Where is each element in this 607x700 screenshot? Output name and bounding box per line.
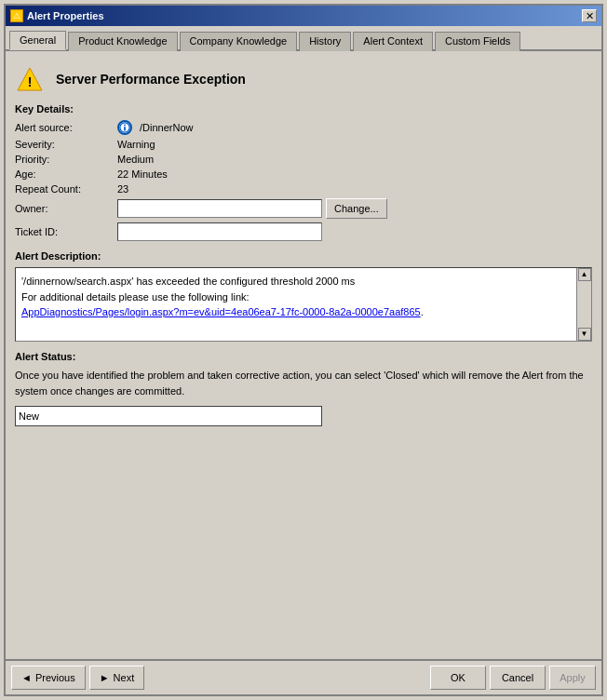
tab-history[interactable]: History [299,32,351,51]
window-icon: ⚠ [10,9,23,22]
scroll-down-arrow[interactable]: ▼ [578,328,591,341]
alert-status-section: Alert Status: Once you have identified t… [15,351,592,426]
repeat-value: 23 [117,183,128,195]
next-icon: ► [100,672,110,683]
description-link[interactable]: AppDiagnostics/Pages/login.aspx?m=ev&uid… [21,306,421,317]
svg-text:!: ! [28,74,33,89]
ok-button[interactable]: OK [430,666,486,690]
status-dropdown[interactable]: New Acknowledged Closed [15,406,322,426]
status-description: Once you have identified the problem and… [15,368,592,398]
alert-header: ! Server Performance Exception [15,59,592,103]
ticket-input[interactable] [117,222,322,241]
priority-value: Medium [117,154,154,165]
description-label: Alert Description: [15,250,592,262]
age-label: Age: [15,168,117,180]
owner-input[interactable] [117,199,322,218]
source-label: Alert source: [15,122,117,133]
source-icon [117,120,132,135]
description-box-wrapper: '/dinnernow/search.aspx' has exceeded th… [15,267,592,342]
age-row: Age: 22 Minutes [15,168,592,180]
ticket-label: Ticket ID: [15,226,117,237]
key-details-label: Key Details: [15,103,592,114]
status-dropdown-container: New Acknowledged Closed [15,406,322,426]
content-area: ! Server Performance Exception Key Detai… [6,51,601,659]
svg-point-3 [124,125,126,127]
tab-alert-context[interactable]: Alert Context [353,32,433,51]
severity-value: Warning [117,139,155,150]
footer-bar: ◄ Previous ► Next OK Cancel Apply [6,659,601,694]
window-title: Alert Properties [27,10,104,21]
title-bar: ⚠ Alert Properties ✕ [6,6,601,26]
owner-label: Owner: [15,203,117,214]
age-value: 22 Minutes [117,168,168,180]
owner-row: Owner: Change... [15,198,592,219]
previous-button[interactable]: ◄ Previous [11,666,86,690]
next-label: Next [114,672,135,683]
repeat-label: Repeat Count: [15,183,117,195]
scroll-track [577,281,591,328]
previous-label: Previous [35,672,75,683]
apply-button[interactable]: Apply [549,666,596,690]
tab-company-knowledge[interactable]: Company Knowledge [180,32,298,51]
change-button[interactable]: Change... [326,198,387,219]
description-section: Alert Description: '/dinnernow/search.as… [15,250,592,342]
previous-icon: ◄ [21,672,32,683]
severity-label: Severity: [15,139,117,150]
tab-product-knowledge[interactable]: Product Knowledge [68,32,177,51]
priority-row: Priority: Medium [15,154,592,165]
key-details-section: Key Details: Alert source: /DinnerNow Se… [15,103,592,241]
next-button[interactable]: ► Next [89,666,145,690]
status-section-label: Alert Status: [15,351,592,362]
source-row: Alert source: /DinnerNow [15,120,592,135]
scroll-up-arrow[interactable]: ▲ [578,268,591,281]
ticket-row: Ticket ID: [15,222,592,241]
severity-row: Severity: Warning [15,139,592,150]
tabs-container: General Product Knowledge Company Knowle… [6,26,601,51]
source-value: /DinnerNow [140,122,193,133]
alert-title: Server Performance Exception [56,72,246,87]
description-line1: '/dinnernow/search.aspx' has exceeded th… [21,274,569,289]
description-scrollbar[interactable]: ▲ ▼ [576,268,591,341]
repeat-row: Repeat Count: 23 [15,183,592,195]
description-box: '/dinnernow/search.aspx' has exceeded th… [15,267,592,342]
cancel-button[interactable]: Cancel [490,666,546,690]
tab-custom-fields[interactable]: Custom Fields [435,32,520,51]
tab-general[interactable]: General [9,31,66,50]
description-line2: For additional details please use the fo… [21,289,569,305]
priority-label: Priority: [15,154,117,165]
warning-icon: ! [15,64,45,94]
close-button[interactable]: ✕ [582,9,597,22]
alert-properties-window: ⚠ Alert Properties ✕ General Product Kno… [4,4,603,696]
svg-rect-4 [124,127,126,130]
